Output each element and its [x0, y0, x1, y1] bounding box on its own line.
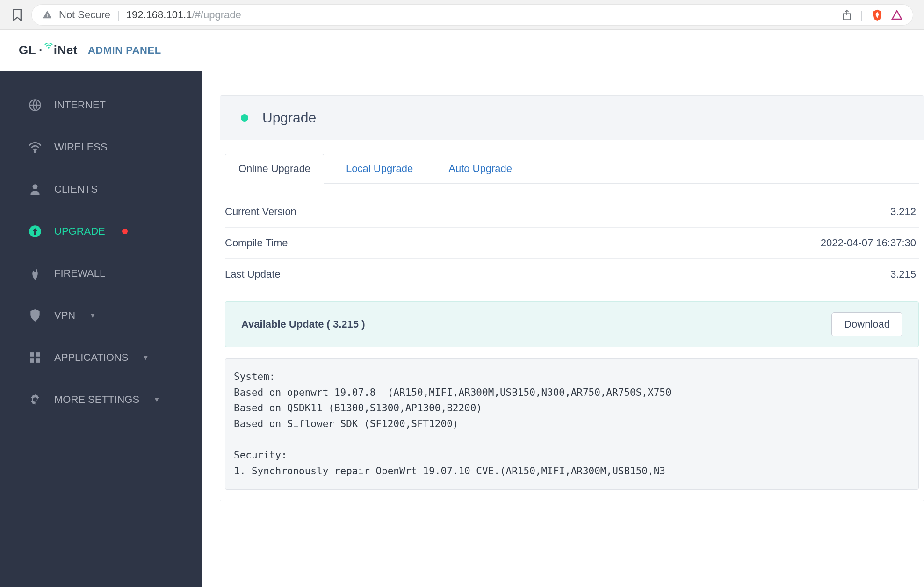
download-button[interactable]: Download	[831, 312, 902, 336]
info-label: Current Version	[225, 206, 296, 218]
user-icon	[28, 182, 42, 196]
info-label: Last Update	[225, 268, 281, 280]
info-value: 3.215	[890, 268, 919, 280]
not-secure-label: Not Secure	[59, 9, 110, 21]
sidebar-item-wireless[interactable]: WIRELESS	[0, 126, 202, 168]
sidebar-item-vpn[interactable]: VPN ▼	[0, 294, 202, 336]
info-value: 2022-04-07 16:37:30	[821, 237, 919, 249]
info-rows: Current Version 3.212 Compile Time 2022-…	[225, 196, 924, 290]
tab-local-upgrade[interactable]: Local Upgrade	[332, 154, 426, 184]
svg-point-3	[48, 47, 50, 49]
globe-icon	[28, 98, 42, 112]
brave-icon[interactable]	[872, 9, 883, 21]
card-header: Upgrade	[220, 96, 924, 140]
upgrade-icon	[28, 224, 42, 238]
gear-icon	[28, 393, 42, 407]
tabs: Online UpgradeLocal UpgradeAuto Upgrade	[225, 153, 919, 184]
brand-logo[interactable]: GL · iNet	[19, 43, 78, 57]
status-dot-icon	[241, 114, 248, 122]
svg-rect-9	[36, 352, 40, 357]
changelog-box: System: Based on openwrt 19.07.8 (AR150,…	[225, 358, 919, 490]
tab-online-upgrade[interactable]: Online Upgrade	[225, 154, 324, 184]
sidebar-item-label: CLIENTS	[54, 183, 98, 195]
separator: |	[860, 9, 863, 21]
apps-icon	[28, 351, 42, 365]
sidebar-item-label: MORE SETTINGS	[54, 394, 139, 406]
main-content: Upgrade Online UpgradeLocal UpgradeAuto …	[202, 71, 924, 587]
info-row: Last Update 3.215	[225, 258, 919, 290]
sidebar: INTERNET WIRELESS CLIENTS UPGRADE FIREWA…	[0, 71, 202, 587]
svg-point-5	[34, 150, 36, 152]
firewall-icon	[28, 266, 42, 280]
svg-rect-1	[47, 16, 48, 17]
tab-auto-upgrade[interactable]: Auto Upgrade	[435, 154, 526, 184]
sidebar-item-label: WIRELESS	[54, 141, 108, 153]
svg-point-6	[33, 184, 38, 189]
svg-point-12	[33, 398, 36, 401]
info-value: 3.212	[890, 206, 919, 218]
info-row: Current Version 3.212	[225, 196, 919, 227]
sidebar-item-label: INTERNET	[54, 99, 106, 111]
svg-rect-8	[30, 352, 34, 357]
svg-rect-11	[36, 358, 40, 363]
sidebar-item-internet[interactable]: INTERNET	[0, 84, 202, 126]
sidebar-item-label: APPLICATIONS	[54, 351, 129, 364]
sidebar-item-label: FIREWALL	[54, 267, 105, 279]
shield-icon	[28, 308, 42, 322]
upgrade-card: Upgrade Online UpgradeLocal UpgradeAuto …	[220, 95, 924, 501]
info-row: Compile Time 2022-04-07 16:37:30	[225, 227, 919, 258]
app-header: GL · iNet ADMIN PANEL	[0, 30, 924, 71]
chevron-down-icon: ▼	[89, 312, 96, 319]
warning-icon	[42, 10, 52, 20]
sidebar-item-more-settings[interactable]: MORE SETTINGS ▼	[0, 379, 202, 421]
share-icon[interactable]	[842, 9, 852, 21]
sidebar-item-upgrade[interactable]: UPGRADE	[0, 210, 202, 252]
info-label: Compile Time	[225, 237, 288, 249]
separator: |	[117, 9, 120, 21]
brave-shield-icon[interactable]	[891, 10, 902, 20]
page-title: Upgrade	[262, 110, 316, 126]
sidebar-item-applications[interactable]: APPLICATIONS ▼	[0, 336, 202, 379]
wifi-dot-icon	[44, 43, 53, 49]
svg-rect-10	[30, 358, 34, 363]
bookmark-icon[interactable]	[11, 9, 23, 21]
address-bar[interactable]: Not Secure | 192.168.101.1/#/upgrade |	[32, 5, 913, 25]
sidebar-item-firewall[interactable]: FIREWALL	[0, 252, 202, 294]
chevron-down-icon: ▼	[143, 354, 149, 361]
available-update-banner: Available Update ( 3.215 ) Download	[225, 301, 919, 347]
svg-rect-0	[47, 14, 48, 16]
url-text: 192.168.101.1/#/upgrade	[126, 9, 241, 21]
admin-panel-label: ADMIN PANEL	[88, 44, 161, 57]
browser-chrome: Not Secure | 192.168.101.1/#/upgrade |	[0, 0, 924, 30]
chevron-down-icon: ▼	[153, 396, 160, 403]
sidebar-item-label: UPGRADE	[54, 225, 105, 237]
wifi-icon	[28, 140, 42, 154]
sidebar-item-label: VPN	[54, 309, 75, 322]
notification-dot	[122, 229, 128, 234]
available-update-label: Available Update ( 3.215 )	[241, 318, 365, 330]
sidebar-item-clients[interactable]: CLIENTS	[0, 168, 202, 210]
